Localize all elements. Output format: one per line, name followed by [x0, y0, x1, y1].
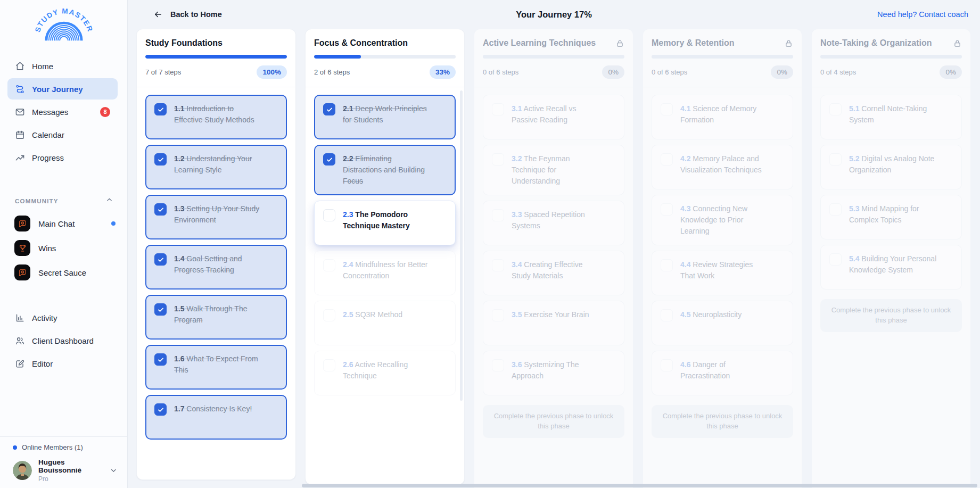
- checked-checkbox[interactable]: [154, 403, 167, 416]
- community-item-main-chat[interactable]: Main Chat: [0, 211, 127, 236]
- unchecked-checkbox: [829, 253, 842, 266]
- sidebar-item-your-journey[interactable]: Your Journey: [7, 78, 118, 100]
- unchecked-checkbox: [661, 203, 673, 216]
- lesson-card-2.1[interactable]: 2.1 Deep Work Principles for Students: [314, 95, 456, 139]
- checked-checkbox[interactable]: [154, 353, 167, 366]
- lesson-title: 1.2 Understanding Your Learning Style: [174, 153, 262, 176]
- lesson-card-3.4: 3.4 Creating Effective Study Materials: [483, 251, 624, 295]
- lesson-card-4.4: 4.4 Review Strategies That Work: [652, 251, 793, 295]
- checked-checkbox[interactable]: [154, 303, 167, 316]
- trend-icon: [15, 153, 25, 163]
- chevron-up-icon[interactable]: [105, 196, 113, 206]
- checked-checkbox[interactable]: [154, 203, 167, 216]
- phase-percent-badge: 0%: [771, 65, 793, 79]
- sidebar-item-calendar[interactable]: Calendar: [7, 124, 118, 145]
- logo-icon: STUDY MASTER: [32, 5, 95, 47]
- lesson-card-1.6[interactable]: 1.6 What To Expect From This: [145, 345, 287, 390]
- lesson-card-4.5: 4.5 Neuroplasticity: [652, 301, 793, 345]
- lesson-card-1.5[interactable]: 1.5 Walk Through The Program: [145, 295, 287, 340]
- community-channel-icon: [14, 264, 30, 280]
- trophy-icon: [18, 244, 27, 253]
- phase-header: Note-Taking & Organization0 of 4 steps0%: [812, 29, 970, 87]
- community-item-wins[interactable]: Wins: [0, 236, 127, 260]
- checked-checkbox[interactable]: [154, 153, 167, 166]
- lesson-title: 2.2 Eliminating Distractions and Buildin…: [343, 153, 431, 187]
- unchecked-checkbox: [829, 153, 842, 166]
- unchecked-checkbox: [829, 103, 842, 115]
- check-icon: [157, 156, 164, 163]
- phase-column-3: Active Learning Techniques0 of 6 steps0%…: [474, 29, 633, 488]
- check-icon: [157, 356, 164, 363]
- phase-column-2: Focus & Concentration2 of 6 steps33%2.1 …: [305, 29, 465, 485]
- sidebar-item-progress[interactable]: Progress: [7, 147, 118, 168]
- check-icon: [326, 156, 333, 163]
- lock-icon: [615, 39, 624, 48]
- lesson-card-2.3[interactable]: 2.3 The Pomodoro Technique Mastery: [314, 201, 456, 245]
- lesson-title: 1.5 Walk Through The Program: [174, 303, 262, 326]
- unchecked-checkbox: [661, 103, 673, 115]
- phase-steps-count: 0 of 6 steps: [652, 68, 687, 76]
- sidebar-item-label: Home: [32, 62, 53, 71]
- user-menu[interactable]: Hugues Bouissonnié Pro: [13, 458, 118, 483]
- lesson-card-3.3: 3.3 Spaced Repetition Systems: [483, 201, 624, 245]
- sidebar-item-activity[interactable]: Activity: [7, 307, 118, 328]
- community-section-header[interactable]: COMMUNITY: [0, 196, 127, 206]
- calendar-icon: [15, 130, 25, 140]
- back-to-home-label: Back to Home: [170, 10, 222, 19]
- checked-checkbox[interactable]: [154, 103, 167, 115]
- unchecked-checkbox: [492, 153, 504, 166]
- users-icon: [15, 336, 25, 346]
- lesson-title: 1.3 Setting Up Your Study Environment: [174, 203, 262, 226]
- sidebar-item-client-dashboard[interactable]: Client Dashboard: [7, 330, 118, 351]
- lesson-title: 4.4 Review Strategies That Work: [680, 259, 769, 282]
- lesson-card-3.6: 3.6 Systemizing The Approach: [483, 351, 624, 395]
- lesson-card-2.6: 2.6 Active Recalling Technique: [314, 351, 456, 395]
- online-members: Online Members (1): [13, 443, 118, 451]
- lesson-title: 3.4 Creating Effective Study Materials: [512, 259, 600, 282]
- community-item-label: Wins: [38, 244, 56, 253]
- community-item-secret-sauce[interactable]: Secret Sauce: [0, 260, 127, 285]
- chevron-down-icon[interactable]: [110, 466, 118, 475]
- back-to-home-button[interactable]: Back to Home: [153, 10, 222, 19]
- unchecked-checkbox[interactable]: [323, 209, 335, 221]
- phase-percent-badge: 33%: [430, 65, 456, 79]
- lesson-title: 5.1 Cornell Note-Taking System: [849, 103, 937, 126]
- lesson-card-1.4[interactable]: 1.4 Goal Setting and Progress Tracking: [145, 245, 287, 290]
- phase-header: Active Learning Techniques0 of 6 steps0%: [474, 29, 633, 87]
- chart-icon: [15, 313, 25, 323]
- phase-progress-bar: [652, 55, 793, 59]
- lesson-card-4.6: 4.6 Danger of Pracrastination: [652, 351, 793, 395]
- lesson-card-1.7[interactable]: 1.7 Consistency Is Key!: [145, 395, 287, 440]
- checked-checkbox[interactable]: [323, 153, 335, 166]
- sidebar-item-home[interactable]: Home: [7, 55, 118, 77]
- phase-title: Active Learning Techniques: [483, 38, 596, 48]
- lesson-card-4.3: 4.3 Connecting New Knowledge to Prior Le…: [652, 195, 793, 245]
- lesson-card-1.3[interactable]: 1.3 Setting Up Your Study Environment: [145, 195, 287, 239]
- lesson-list: 3.1 Active Recall vs Passive Reading3.2 …: [474, 87, 633, 446]
- lesson-card-4.2: 4.2 Memory Palace and Visualization Tech…: [652, 145, 793, 189]
- lesson-card-2.2[interactable]: 2.2 Eliminating Distractions and Buildin…: [314, 145, 456, 195]
- sidebar-item-editor[interactable]: Editor: [7, 353, 118, 374]
- phase-column-5: Note-Taking & Organization0 of 4 steps0%…: [811, 29, 971, 488]
- horizontal-scrollbar[interactable]: [302, 484, 977, 487]
- checked-checkbox[interactable]: [154, 253, 167, 266]
- tools-nav: ActivityClient DashboardEditor: [0, 307, 127, 374]
- locked-phase-note: Complete the previous phase to unlock th…: [820, 299, 962, 332]
- phase-title: Study Foundations: [145, 38, 223, 48]
- check-icon: [157, 406, 164, 413]
- online-dot-icon: [13, 445, 17, 450]
- main-content: Back to Home Your Journey 17% Need help?…: [128, 0, 980, 488]
- lock-icon: [953, 39, 962, 48]
- contact-coach-link[interactable]: Need help? Contact coach: [877, 10, 968, 19]
- journey-board: Study Foundations7 of 7 steps100%1.1 Int…: [128, 29, 980, 488]
- lesson-card-1.1[interactable]: 1.1 Introduction to Effective Study Meth…: [145, 95, 287, 139]
- lesson-card-1.2[interactable]: 1.2 Understanding Your Learning Style: [145, 145, 287, 189]
- checked-checkbox[interactable]: [323, 103, 335, 115]
- unchecked-checkbox: [323, 309, 335, 321]
- lock-icon: [784, 39, 793, 48]
- lesson-title: 3.3 Spaced Repetition Systems: [512, 209, 600, 231]
- lock-icon: [953, 39, 962, 48]
- lesson-title: 2.3 The Pomodoro Technique Mastery: [343, 209, 431, 231]
- lock-icon: [784, 39, 793, 48]
- sidebar-item-messages[interactable]: Messages8: [7, 101, 118, 122]
